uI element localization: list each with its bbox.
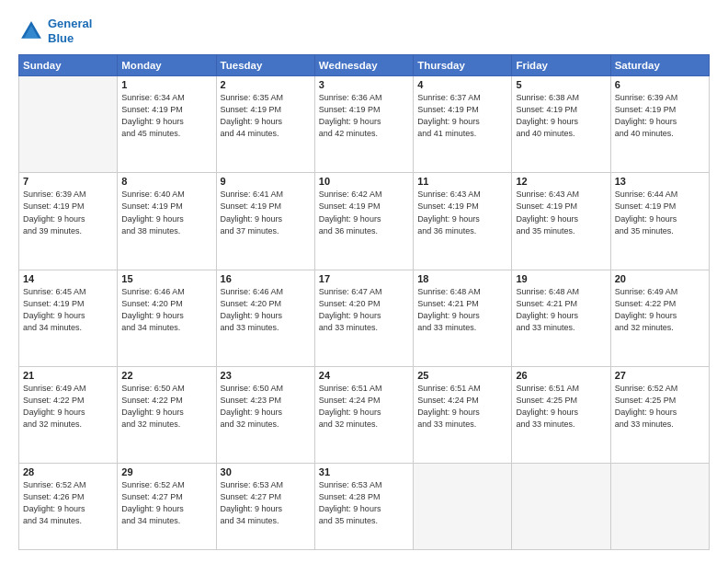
day-info: Sunrise: 6:39 AMSunset: 4:19 PMDaylight:… — [23, 189, 113, 236]
day-info: Sunrise: 6:38 AMSunset: 4:19 PMDaylight:… — [516, 92, 606, 140]
day-number: 14 — [23, 273, 113, 284]
calendar-table: SundayMondayTuesdayWednesdayThursdayFrid… — [18, 54, 710, 550]
day-info: Sunrise: 6:45 AMSunset: 4:19 PMDaylight:… — [23, 286, 113, 334]
calendar-cell: 2Sunrise: 6:35 AMSunset: 4:19 PMDaylight… — [216, 76, 314, 173]
day-number: 11 — [417, 176, 507, 187]
day-info: Sunrise: 6:46 AMSunset: 4:20 PMDaylight:… — [121, 286, 211, 334]
day-number: 31 — [319, 466, 409, 477]
day-info: Sunrise: 6:52 AMSunset: 4:26 PMDaylight:… — [23, 479, 113, 527]
day-info: Sunrise: 6:34 AMSunset: 4:19 PMDaylight:… — [121, 92, 211, 140]
calendar-cell: 11Sunrise: 6:43 AMSunset: 4:19 PMDayligh… — [414, 173, 512, 270]
column-header-wednesday: Wednesday — [314, 55, 413, 76]
day-info: Sunrise: 6:35 AMSunset: 4:19 PMDaylight:… — [221, 92, 311, 140]
day-info: Sunrise: 6:51 AMSunset: 4:24 PMDaylight:… — [417, 383, 507, 431]
calendar-cell: 27Sunrise: 6:52 AMSunset: 4:25 PMDayligh… — [610, 366, 709, 463]
calendar-cell: 25Sunrise: 6:51 AMSunset: 4:24 PMDayligh… — [414, 366, 512, 463]
day-number: 21 — [23, 370, 113, 381]
day-number: 1 — [121, 79, 211, 90]
calendar-cell: 31Sunrise: 6:53 AMSunset: 4:28 PMDayligh… — [314, 464, 413, 550]
calendar-cell: 21Sunrise: 6:49 AMSunset: 4:22 PMDayligh… — [19, 366, 118, 463]
calendar-cell: 30Sunrise: 6:53 AMSunset: 4:27 PMDayligh… — [216, 464, 314, 550]
day-number: 22 — [121, 370, 211, 381]
day-number: 15 — [121, 273, 211, 284]
calendar-cell: 7Sunrise: 6:39 AMSunset: 4:19 PMDaylight… — [19, 173, 118, 270]
column-header-thursday: Thursday — [414, 55, 512, 76]
day-info: Sunrise: 6:37 AMSunset: 4:19 PMDaylight:… — [417, 92, 507, 140]
day-info: Sunrise: 6:41 AMSunset: 4:19 PMDaylight:… — [221, 189, 311, 236]
calendar-cell: 24Sunrise: 6:51 AMSunset: 4:24 PMDayligh… — [314, 366, 413, 463]
day-number: 4 — [417, 79, 507, 90]
day-number: 20 — [615, 273, 705, 284]
day-number: 16 — [221, 273, 311, 284]
calendar-cell: 10Sunrise: 6:42 AMSunset: 4:19 PMDayligh… — [314, 173, 413, 270]
calendar-cell: 29Sunrise: 6:52 AMSunset: 4:27 PMDayligh… — [118, 464, 216, 550]
day-number: 7 — [23, 176, 113, 187]
day-info: Sunrise: 6:43 AMSunset: 4:19 PMDaylight:… — [516, 189, 606, 236]
day-info: Sunrise: 6:50 AMSunset: 4:23 PMDaylight:… — [221, 383, 311, 431]
calendar-cell: 28Sunrise: 6:52 AMSunset: 4:26 PMDayligh… — [19, 464, 118, 550]
calendar-cell: 13Sunrise: 6:44 AMSunset: 4:19 PMDayligh… — [610, 173, 709, 270]
calendar-cell — [610, 464, 709, 550]
day-number: 18 — [417, 273, 507, 284]
calendar-cell: 14Sunrise: 6:45 AMSunset: 4:19 PMDayligh… — [19, 270, 118, 366]
day-info: Sunrise: 6:42 AMSunset: 4:19 PMDaylight:… — [319, 189, 409, 236]
day-number: 13 — [615, 176, 705, 187]
calendar-cell: 5Sunrise: 6:38 AMSunset: 4:19 PMDaylight… — [512, 76, 610, 173]
calendar-cell: 26Sunrise: 6:51 AMSunset: 4:25 PMDayligh… — [512, 366, 610, 463]
calendar-cell: 3Sunrise: 6:36 AMSunset: 4:19 PMDaylight… — [314, 76, 413, 173]
day-info: Sunrise: 6:48 AMSunset: 4:21 PMDaylight:… — [417, 286, 507, 334]
day-number: 6 — [615, 79, 705, 90]
calendar-cell — [19, 76, 118, 173]
day-number: 29 — [121, 466, 211, 477]
column-header-friday: Friday — [512, 55, 610, 76]
calendar-cell — [414, 464, 512, 550]
day-info: Sunrise: 6:49 AMSunset: 4:22 PMDaylight:… — [615, 286, 705, 334]
day-info: Sunrise: 6:52 AMSunset: 4:25 PMDaylight:… — [615, 383, 705, 431]
day-info: Sunrise: 6:36 AMSunset: 4:19 PMDaylight:… — [319, 92, 409, 140]
day-number: 19 — [516, 273, 606, 284]
calendar-cell: 12Sunrise: 6:43 AMSunset: 4:19 PMDayligh… — [512, 173, 610, 270]
day-number: 30 — [221, 466, 311, 477]
day-number: 2 — [221, 79, 311, 90]
calendar-week-row: 14Sunrise: 6:45 AMSunset: 4:19 PMDayligh… — [19, 270, 710, 366]
day-number: 3 — [319, 79, 409, 90]
day-info: Sunrise: 6:51 AMSunset: 4:25 PMDaylight:… — [516, 383, 606, 431]
day-info: Sunrise: 6:53 AMSunset: 4:27 PMDaylight:… — [221, 479, 311, 527]
calendar-cell: 8Sunrise: 6:40 AMSunset: 4:19 PMDaylight… — [118, 173, 216, 270]
day-info: Sunrise: 6:46 AMSunset: 4:20 PMDaylight:… — [221, 286, 311, 334]
calendar-cell: 15Sunrise: 6:46 AMSunset: 4:20 PMDayligh… — [118, 270, 216, 366]
column-header-saturday: Saturday — [610, 55, 709, 76]
page: General Blue SundayMondayTuesdayWednesda… — [0, 0, 728, 563]
day-number: 23 — [221, 370, 311, 381]
day-info: Sunrise: 6:52 AMSunset: 4:27 PMDaylight:… — [121, 479, 211, 527]
day-number: 12 — [516, 176, 606, 187]
day-info: Sunrise: 6:39 AMSunset: 4:19 PMDaylight:… — [615, 92, 705, 140]
day-number: 26 — [516, 370, 606, 381]
day-info: Sunrise: 6:50 AMSunset: 4:22 PMDaylight:… — [121, 383, 211, 431]
day-number: 27 — [615, 370, 705, 381]
calendar-cell: 18Sunrise: 6:48 AMSunset: 4:21 PMDayligh… — [414, 270, 512, 366]
column-header-monday: Monday — [118, 55, 216, 76]
day-number: 25 — [417, 370, 507, 381]
day-info: Sunrise: 6:44 AMSunset: 4:19 PMDaylight:… — [615, 189, 705, 236]
day-number: 24 — [319, 370, 409, 381]
calendar-cell — [512, 464, 610, 550]
day-info: Sunrise: 6:43 AMSunset: 4:19 PMDaylight:… — [417, 189, 507, 236]
day-number: 8 — [121, 176, 211, 187]
day-number: 17 — [319, 273, 409, 284]
calendar-cell: 1Sunrise: 6:34 AMSunset: 4:19 PMDaylight… — [118, 76, 216, 173]
calendar-header-row: SundayMondayTuesdayWednesdayThursdayFrid… — [19, 55, 710, 76]
calendar-cell: 22Sunrise: 6:50 AMSunset: 4:22 PMDayligh… — [118, 366, 216, 463]
day-number: 28 — [23, 466, 113, 477]
calendar-week-row: 1Sunrise: 6:34 AMSunset: 4:19 PMDaylight… — [19, 76, 710, 173]
header: General Blue — [18, 17, 710, 45]
day-number: 9 — [221, 176, 311, 187]
calendar-cell: 9Sunrise: 6:41 AMSunset: 4:19 PMDaylight… — [216, 173, 314, 270]
column-header-sunday: Sunday — [19, 55, 118, 76]
column-header-tuesday: Tuesday — [216, 55, 314, 76]
calendar-cell: 20Sunrise: 6:49 AMSunset: 4:22 PMDayligh… — [610, 270, 709, 366]
calendar-cell: 17Sunrise: 6:47 AMSunset: 4:20 PMDayligh… — [314, 270, 413, 366]
day-number: 10 — [319, 176, 409, 187]
calendar-cell: 6Sunrise: 6:39 AMSunset: 4:19 PMDaylight… — [610, 76, 709, 173]
logo: General Blue — [18, 17, 92, 45]
